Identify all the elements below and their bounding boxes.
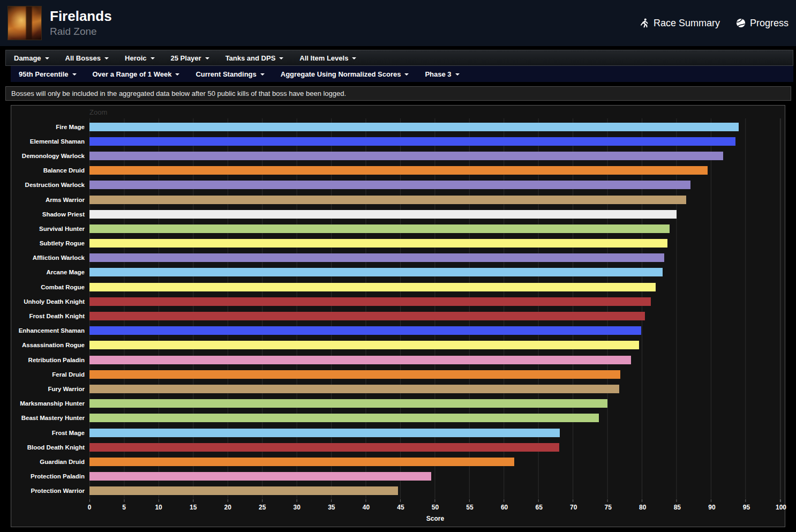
bar-track: [89, 253, 781, 262]
bar-track: [89, 385, 781, 393]
bar-track: [89, 399, 781, 408]
bar-track: [89, 123, 781, 131]
x-axis-tick-label: 80: [639, 504, 646, 511]
bar-shadow-priest[interactable]: [89, 210, 677, 219]
bar-demonology-warlock[interactable]: [89, 152, 723, 160]
dropdown-phase-3[interactable]: Phase 3: [417, 66, 467, 82]
category-label: Guardian Druid: [11, 459, 89, 465]
dropdown-aggregate-using-normalized-scores[interactable]: Aggregate Using Normalized Scores: [273, 66, 417, 82]
chart-row-demonology-warlock: Demonology Warlock: [11, 148, 781, 163]
bar-balance-druid[interactable]: [89, 166, 708, 175]
runner-icon: [640, 18, 649, 28]
bar-arcane-mage[interactable]: [89, 268, 663, 276]
category-label: Frost Mage: [11, 430, 89, 436]
bar-beast-mastery-hunter[interactable]: [89, 414, 599, 422]
chevron-down-icon: [404, 73, 409, 76]
bar-unholy-death-knight[interactable]: [89, 297, 651, 306]
category-label: Beast Mastery Hunter: [11, 415, 89, 421]
rankings-chart: Zoom Fire MageElemental ShamanDemonology…: [11, 105, 785, 527]
dropdown-label: 95th Percentile: [19, 70, 69, 78]
dropdown-label: Current Standings: [196, 70, 256, 78]
race-summary-label: Race Summary: [654, 18, 720, 29]
x-axis-title: Score: [89, 515, 781, 522]
bar-protection-paladin[interactable]: [89, 472, 431, 481]
bar-track: [89, 414, 781, 422]
dropdown-all-bosses[interactable]: All Bosses: [57, 50, 117, 65]
x-axis-tick-label: 40: [363, 504, 370, 511]
dropdown-95th-percentile[interactable]: 95th Percentile: [11, 66, 85, 82]
category-label: Fury Warrior: [11, 386, 89, 392]
dropdown-label: Phase 3: [425, 70, 451, 78]
bar-track: [89, 472, 781, 481]
chevron-down-icon: [45, 57, 49, 59]
bar-fury-warrior[interactable]: [89, 385, 619, 393]
bar-subtlety-rogue[interactable]: [89, 239, 667, 248]
chart-row-survival-hunter: Survival Hunter: [11, 221, 781, 236]
x-axis-tick-label: 60: [501, 504, 508, 511]
progress-label: Progress: [750, 18, 789, 29]
bar-track: [89, 210, 781, 219]
bar-track: [89, 312, 781, 320]
bar-track: [89, 239, 781, 248]
dropdown-over-a-range-of-1-week[interactable]: Over a Range of 1 Week: [85, 66, 188, 82]
category-label: Arms Warrior: [11, 197, 89, 203]
page-subtitle: Raid Zone: [50, 26, 112, 38]
dropdown-25-player[interactable]: 25 Player: [163, 50, 217, 65]
x-axis-tick-label: 55: [466, 504, 473, 511]
zone-thumbnail: [7, 6, 42, 40]
chart-row-frost-death-knight: Frost Death Knight: [11, 309, 781, 323]
bar-track: [89, 458, 781, 466]
dropdown-current-standings[interactable]: Current Standings: [187, 66, 272, 82]
chart-row-fire-mage: Fire Mage: [11, 119, 781, 134]
dropdown-label: All Item Levels: [299, 54, 348, 62]
x-axis-ticks: [89, 499, 781, 502]
chart-row-elemental-shaman: Elemental Shaman: [11, 134, 781, 148]
chart-row-retribution-paladin: Retribution Paladin: [11, 353, 781, 367]
bar-track: [89, 196, 781, 204]
bar-destruction-warlock[interactable]: [89, 181, 690, 189]
bar-frost-death-knight[interactable]: [89, 312, 645, 320]
progress-link[interactable]: Progress: [736, 18, 789, 29]
header-links: Race Summary Progress: [640, 18, 789, 29]
dropdown-heroic[interactable]: Heroic: [117, 50, 162, 65]
bar-affliction-warlock[interactable]: [89, 253, 664, 262]
bar-assassination-rogue[interactable]: [89, 341, 639, 349]
bar-fire-mage[interactable]: [89, 123, 739, 131]
bar-track: [89, 370, 781, 379]
dropdown-label: Damage: [14, 54, 41, 62]
bar-marksmanship-hunter[interactable]: [89, 399, 607, 408]
dropdown-label: Tanks and DPS: [226, 54, 276, 62]
category-label: Shadow Priest: [11, 211, 89, 218]
bar-blood-death-knight[interactable]: [89, 443, 559, 452]
bar-frost-mage[interactable]: [89, 429, 560, 437]
chevron-down-icon: [72, 73, 77, 76]
dropdown-tanks-and-dps[interactable]: Tanks and DPS: [217, 50, 292, 65]
chart-row-arcane-mage: Arcane Mage: [11, 265, 781, 280]
dropdown-damage[interactable]: Damage: [6, 50, 57, 65]
bar-elemental-shaman[interactable]: [89, 137, 735, 146]
bar-track: [89, 443, 781, 452]
bar-enhancement-shaman[interactable]: [89, 326, 641, 335]
category-label: Arcane Mage: [11, 269, 89, 275]
chevron-down-icon: [260, 73, 265, 76]
chevron-down-icon: [151, 57, 155, 59]
bar-survival-hunter[interactable]: [89, 224, 670, 233]
category-label: Unholy Death Knight: [11, 298, 89, 305]
chart-row-feral-druid: Feral Druid: [11, 367, 781, 381]
race-summary-link[interactable]: Race Summary: [640, 18, 720, 29]
bar-track: [89, 341, 781, 349]
chart-zoom-label: Zoom: [89, 108, 107, 116]
bar-protection-warrior[interactable]: [89, 486, 398, 495]
chart-row-unholy-death-knight: Unholy Death Knight: [11, 294, 781, 309]
category-label: Survival Hunter: [11, 226, 89, 232]
dropdown-label: 25 Player: [171, 54, 201, 62]
bar-guardian-druid[interactable]: [89, 458, 514, 466]
bar-feral-druid[interactable]: [89, 370, 620, 379]
bar-arms-warrior[interactable]: [89, 196, 686, 204]
bar-retribution-paladin[interactable]: [89, 356, 631, 364]
category-label: Retribution Paladin: [11, 357, 89, 363]
x-axis-tick-label: 20: [224, 504, 231, 511]
bar-combat-rogue[interactable]: [89, 283, 656, 291]
category-label: Subtlety Rogue: [11, 240, 89, 246]
dropdown-all-item-levels[interactable]: All Item Levels: [291, 50, 364, 65]
